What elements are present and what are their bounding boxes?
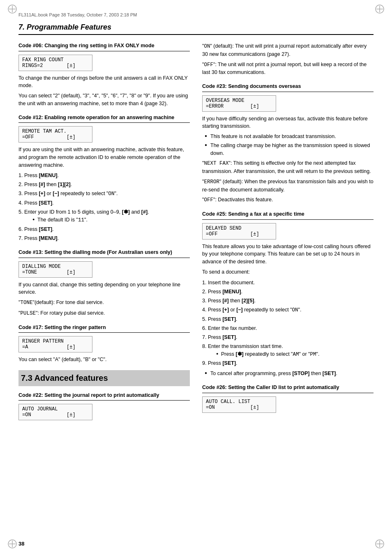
code25-final-bullet1: To cancel after programming, press [STOP… [210,370,374,378]
code25-step8-bullet1: Press [✽] repeatedly to select "AM" or "… [216,350,374,359]
step-2: Press [#] then [1][2]. [24,180,190,189]
step-3: Press [+] or [−] repeatedly to select "O… [24,189,190,198]
heading-code06: Code #06: Changing the ring setting in F… [18,42,190,51]
code17-text1: You can select "A" (default), "B" or "C"… [18,356,190,364]
step-6: Press [SET]. [24,225,190,233]
code25-steps: Insert the document. Press [MENU]. Press… [208,279,374,368]
code-block-17: RINGER PATTERN=A [±] [18,336,92,352]
code25-final-bullets: To cancel after programming, press [STOP… [210,370,374,378]
code06-text2: You can select "2" (default), "3", "4", … [18,92,190,108]
two-column-layout: Code #06: Changing the ring setting in F… [18,42,374,430]
chapter-title: 7. Programmable Features [18,23,374,35]
page: FL311AL.book Page 38 Tuesday, October 7,… [0,0,392,555]
code25-step6: Enter the fax number. [208,324,374,332]
code25-text2: To send a document: [202,268,374,276]
heading-code23: Code #23: Sending documents overseas [202,83,374,92]
heading-code26: Code #26: Setting the Caller ID list to … [202,384,374,393]
section-code26: Code #26: Setting the Caller ID list to … [202,384,374,416]
code-block-25: DELAYED SEND=OFF [±] [202,223,276,240]
code22-text2: "OFF": The unit will not print a journal… [202,61,374,77]
code13-text3: "PULSE": For rotary pulse dial service. [18,309,190,318]
heading-code13: Code #13: Setting the dialling mode (For… [18,249,190,258]
corner-mark-tl [7,4,17,16]
heading-code25: Code #25: Sending a fax at a specific ti… [202,211,374,220]
section-code22: Code #22: Setting the journal report to … [18,392,190,424]
step-1: Press [MENU]. [24,171,190,180]
code23-bullet1: This feature is not available for broadc… [210,133,374,140]
code25-step8-bullet: Press [✽] repeatedly to select "AM" or "… [216,350,374,359]
code-block-06: FAX RING COUNTRINGS=2 [±] [18,55,92,71]
step-5: Enter your ID from 1 to 5 digits, using … [24,208,190,224]
code-block-12: REMOTE TAM ACT.=OFF [±] [18,126,92,143]
code13-text2: "TONE"(default): For tone dial service. [18,299,190,307]
step-7: Press [MENU]. [24,234,190,242]
code23-text3: "ERROR" (default): When the previous fax… [202,178,374,194]
code25-step4: Press [+] or [−] repeatedly to select "O… [208,306,374,314]
step5-bullet1: The default ID is "11". [32,216,190,224]
heading-code22: Code #22: Setting the journal report to … [18,392,190,401]
code25-step8: Enter the transmission start time. Press… [208,342,374,359]
right-column: "ON" (default): The unit will print a jo… [202,42,374,430]
code25-step1: Insert the document. [208,279,374,287]
code12-steps: Press [MENU]. Press [#] then [1][2]. Pre… [24,171,190,242]
section-code17: Code #17: Setting the ringer pattern RIN… [18,324,190,364]
code13-text1: If you cannot dial, change this setting … [18,281,190,297]
page-number: 38 [18,541,24,547]
code06-text1: To change the number of rings before the… [18,74,190,90]
heading-code12: Code #12: Enabling remote operation for … [18,114,190,123]
header-bar: FL311AL.book Page 38 Tuesday, October 7,… [18,12,374,19]
advanced-title: 7.3 Advanced features [21,373,187,383]
code25-step7: Press [SET]. [208,333,374,341]
code-block-26: AUTO CALL. LIST=ON [±] [202,396,276,413]
code12-text1: If you are using the unit with an answer… [18,146,190,169]
left-column: Code #06: Changing the ring setting in F… [18,42,190,430]
section-code12: Code #12: Enabling remote operation for … [18,114,190,243]
code25-step2: Press [MENU]. [208,288,374,296]
section-advanced-title: 7.3 Advanced features [18,370,190,386]
code23-text4: "OFF": Deactivates this feature. [202,196,374,204]
heading-code17: Code #17: Setting the ringer pattern [18,324,190,333]
code23-text1: If you have difficulty sending an overse… [202,115,374,131]
code25-text1: This feature allows you to take advantag… [202,243,374,266]
code23-bullets: This feature is not available for broadc… [210,133,374,157]
corner-mark-bl [7,539,17,551]
code-block-23: OVERSEAS MODE=ERROR [±] [202,95,276,112]
code25-step5: Press [SET]. [208,315,374,323]
section-code13: Code #13: Setting the dialling mode (For… [18,249,190,318]
code25-step9: Press [SET]. [208,359,374,367]
step5-bullets: The default ID is "11". [32,216,190,224]
code22-text1: "ON" (default): The unit will print a jo… [202,42,374,58]
corner-mark-br [375,539,385,551]
code-block-13: DIALLING MODE=TONE [±] [18,261,92,278]
section-code22-cont: "ON" (default): The unit will print a jo… [202,42,374,76]
section-code25: Code #25: Sending a fax at a specific ti… [202,211,374,378]
section-code23: Code #23: Sending documents overseas OVE… [202,83,374,204]
code25-step3: Press [#] then [2][5]. [208,297,374,305]
code23-text2: "NEXT FAX": This setting is effective on… [202,159,374,175]
section-code06: Code #06: Changing the ring setting in F… [18,42,190,108]
code23-bullet2: The calling charge may be higher as the … [210,142,374,157]
corner-mark-tr [375,4,385,16]
code-block-22: AUTO JOURNAL=ON [±] [18,404,92,420]
step-4: Press [SET]. [24,199,190,207]
